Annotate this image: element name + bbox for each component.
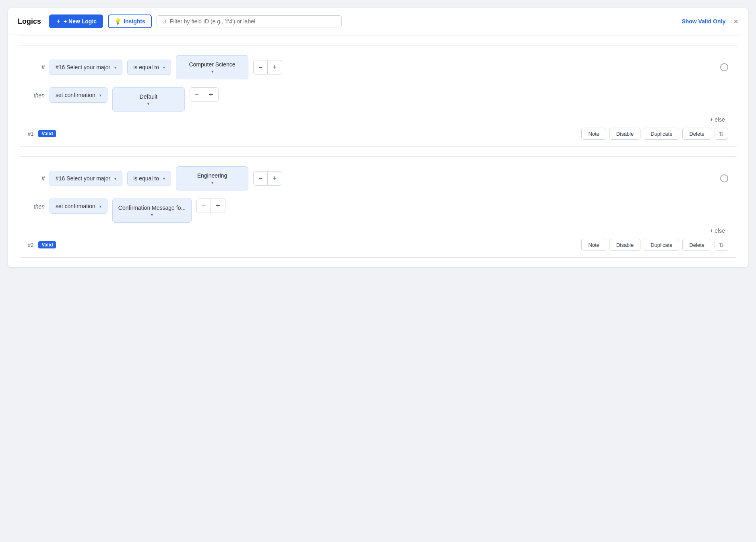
then-label-1: then bbox=[28, 92, 45, 99]
delete-button-2[interactable]: Delete bbox=[682, 239, 711, 251]
operator-arrow-1: ▾ bbox=[163, 65, 165, 70]
new-logic-button[interactable]: ＋ + New Logic bbox=[49, 14, 103, 28]
then-value-dropdown-1[interactable]: Default ▾ bbox=[112, 87, 185, 112]
logic-footer-2: #2 Valid Note Disable Duplicate Delete ⇅ bbox=[28, 239, 728, 251]
then-label-2: then bbox=[28, 203, 45, 210]
reorder-icon-2: ⇅ bbox=[719, 242, 724, 248]
bulb-icon: 💡 bbox=[114, 18, 121, 25]
filter-icon: ⊿ bbox=[162, 18, 167, 25]
logic-card-1: If #16 Select your major ▾ is equal to ▾… bbox=[18, 45, 738, 147]
filter-input[interactable] bbox=[170, 18, 337, 25]
then-minus-2[interactable]: − bbox=[196, 199, 211, 213]
note-button-2[interactable]: Note bbox=[581, 239, 606, 251]
then-plusminus-2: − + bbox=[196, 199, 225, 213]
operator-arrow-2: ▾ bbox=[163, 176, 165, 181]
operator-label-2: is equal to bbox=[133, 175, 159, 182]
delete-button-1[interactable]: Delete bbox=[682, 128, 711, 140]
then-minus-1[interactable]: − bbox=[190, 87, 204, 102]
content: If #16 Select your major ▾ is equal to ▾… bbox=[8, 35, 748, 267]
then-value-arrow-1: ▾ bbox=[147, 101, 149, 106]
action-arrow-1: ▾ bbox=[99, 93, 101, 97]
then-row-2: then set confirmation ▾ Confirmation Mes… bbox=[28, 199, 728, 223]
else-row-2: + else bbox=[28, 226, 728, 236]
value-dropdown-2[interactable]: Engineering ▾ bbox=[176, 166, 248, 190]
note-button-1[interactable]: Note bbox=[581, 128, 606, 140]
if-plusminus-1: − + bbox=[253, 60, 282, 74]
if-plus-2[interactable]: + bbox=[268, 171, 282, 186]
operator-label-1: is equal to bbox=[133, 64, 159, 70]
header: Logics ＋ + New Logic 💡 Insights ⊿ Show V… bbox=[8, 8, 748, 35]
page-title: Logics bbox=[18, 17, 41, 26]
then-plusminus-1: − + bbox=[190, 87, 219, 102]
field-dropdown-1[interactable]: #16 Select your major ▾ bbox=[50, 60, 122, 75]
valid-badge-2: Valid bbox=[38, 241, 56, 248]
if-plusminus-2: − + bbox=[253, 171, 282, 186]
filter-wrap: ⊿ bbox=[157, 15, 342, 27]
action-dropdown-1[interactable]: set confirmation ▾ bbox=[50, 87, 107, 103]
value-arrow-1: ▾ bbox=[211, 69, 213, 74]
else-row-1: + else bbox=[28, 115, 728, 124]
field-label-2: #16 Select your major bbox=[56, 175, 110, 182]
logics-panel: Logics ＋ + New Logic 💡 Insights ⊿ Show V… bbox=[8, 8, 748, 267]
then-plus-1[interactable]: + bbox=[204, 87, 219, 102]
then-row-1: then set confirmation ▾ Default ▾ − + bbox=[28, 87, 728, 112]
action-dropdown-2[interactable]: set confirmation ▾ bbox=[50, 199, 107, 214]
valid-badge-1: Valid bbox=[38, 130, 56, 137]
show-valid-button[interactable]: Show Valid Only bbox=[682, 18, 725, 25]
if-minus-1[interactable]: − bbox=[253, 60, 268, 74]
then-value-dropdown-2[interactable]: Confirmation Message fo... ▾ bbox=[112, 199, 192, 223]
logic-footer-1: #1 Valid Note Disable Duplicate Delete ⇅ bbox=[28, 128, 728, 140]
then-value-label-2: Confirmation Message fo... bbox=[118, 205, 186, 211]
reorder-button-2[interactable]: ⇅ bbox=[715, 239, 728, 251]
plus-icon: ＋ bbox=[56, 18, 61, 25]
value-dropdown-1[interactable]: Computer Science ▾ bbox=[176, 55, 248, 79]
operator-dropdown-2[interactable]: is equal to ▾ bbox=[127, 171, 171, 186]
action-arrow-2: ▾ bbox=[99, 204, 101, 209]
logic-num-2: #2 bbox=[28, 242, 33, 248]
insights-button[interactable]: 💡 Insights bbox=[108, 14, 152, 28]
value-label-2: Engineering bbox=[197, 172, 227, 179]
logic-num-1: #1 bbox=[28, 131, 33, 137]
if-label-1: If bbox=[28, 64, 45, 70]
field-arrow-2: ▾ bbox=[114, 176, 116, 181]
if-plus-1[interactable]: + bbox=[268, 60, 282, 74]
action-label-1: set confirmation bbox=[56, 92, 95, 98]
if-radio-2[interactable] bbox=[720, 174, 728, 182]
duplicate-button-2[interactable]: Duplicate bbox=[644, 239, 679, 251]
field-arrow-1: ▾ bbox=[114, 65, 116, 70]
else-button-1[interactable]: + else bbox=[706, 115, 728, 124]
else-button-2[interactable]: + else bbox=[706, 226, 728, 236]
then-value-label-1: Default bbox=[140, 93, 157, 100]
field-dropdown-2[interactable]: #16 Select your major ▾ bbox=[50, 171, 122, 186]
disable-button-2[interactable]: Disable bbox=[609, 239, 640, 251]
new-logic-label: + New Logic bbox=[64, 18, 97, 25]
disable-button-1[interactable]: Disable bbox=[609, 128, 640, 140]
operator-dropdown-1[interactable]: is equal to ▾ bbox=[127, 60, 171, 75]
if-minus-2[interactable]: − bbox=[253, 171, 268, 186]
field-label-1: #16 Select your major bbox=[56, 64, 110, 70]
close-button[interactable]: × bbox=[733, 17, 738, 26]
footer-actions-2: Note Disable Duplicate Delete ⇅ bbox=[581, 239, 728, 251]
if-radio-1[interactable] bbox=[720, 63, 728, 71]
value-label-1: Computer Science bbox=[189, 61, 235, 68]
footer-actions-1: Note Disable Duplicate Delete ⇅ bbox=[581, 128, 728, 140]
duplicate-button-1[interactable]: Duplicate bbox=[644, 128, 679, 140]
then-value-arrow-2: ▾ bbox=[151, 213, 153, 217]
if-row-2: If #16 Select your major ▾ is equal to ▾… bbox=[28, 166, 728, 190]
reorder-button-1[interactable]: ⇅ bbox=[715, 128, 728, 140]
reorder-icon-1: ⇅ bbox=[719, 130, 724, 137]
logic-card-2: If #16 Select your major ▾ is equal to ▾… bbox=[18, 156, 738, 258]
if-row-1: If #16 Select your major ▾ is equal to ▾… bbox=[28, 55, 728, 79]
insights-label: Insights bbox=[124, 18, 145, 25]
action-label-2: set confirmation bbox=[56, 203, 95, 209]
then-plus-2[interactable]: + bbox=[211, 199, 225, 213]
if-label-2: If bbox=[28, 175, 45, 182]
value-arrow-2: ▾ bbox=[211, 180, 213, 185]
